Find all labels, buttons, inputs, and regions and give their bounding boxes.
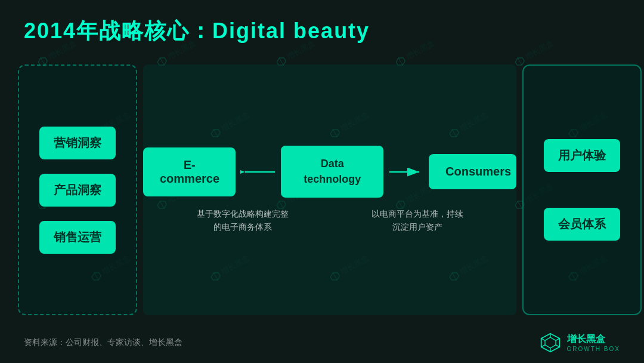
logo-cn-text: 增长黑盒 [567, 333, 605, 346]
arrow-left-icon [240, 165, 276, 179]
diagram-row: E-commerce Data technology [143, 146, 516, 197]
desc-left: 基于数字化战略构建完整的电子商务体系 [195, 207, 290, 234]
source-text: 资料来源：公司财报、专家访谈、增长黑盒 [24, 337, 182, 348]
arrow-right-icon [388, 165, 424, 179]
left-panel: 营销洞察 产品洞察 销售运营 [18, 64, 137, 315]
main-content: 营销洞察 产品洞察 销售运营 E-commerce [18, 53, 626, 327]
slide: 增长黑盒 增长黑盒 增长黑盒 增长黑盒 增长黑盒 增长黑盒 增长黑盒 增长黑盒 … [0, 0, 644, 363]
node-consumers: Consumers [429, 154, 516, 189]
svg-line-49 [541, 339, 544, 341]
node-ecommerce: E-commerce [143, 147, 236, 196]
logo-icon [540, 332, 561, 353]
center-diagram: E-commerce Data technology [143, 64, 516, 315]
description-row: 基于数字化战略构建完整的电子商务体系 以电商平台为基准，持续沉淀用户资产 [143, 207, 516, 234]
desc-right: 以电商平台为基准，持续沉淀用户资产 [370, 207, 465, 234]
node-data-technology: Data technology [281, 146, 383, 197]
footer: 资料来源：公司财报、专家访谈、增长黑盒 增长黑盒 GROWTH BOX [24, 332, 620, 353]
logo-area: 增长黑盒 GROWTH BOX [540, 332, 620, 353]
svg-line-48 [541, 345, 544, 347]
logo-en-text: GROWTH BOX [567, 346, 620, 352]
page-title: 2014年战略核心：Digital beauty [24, 17, 370, 46]
svg-line-46 [556, 345, 559, 347]
tag-marketing: 营销洞察 [39, 127, 116, 159]
svg-marker-43 [545, 337, 556, 348]
tag-membership: 会员体系 [544, 208, 620, 241]
right-panel: 用户体验 会员体系 [522, 64, 642, 315]
tag-product: 产品洞察 [39, 174, 116, 207]
tag-sales: 销售运营 [39, 221, 116, 254]
logo-text: 增长黑盒 GROWTH BOX [567, 333, 620, 352]
tag-ux: 用户体验 [544, 139, 620, 172]
svg-line-45 [556, 339, 559, 341]
